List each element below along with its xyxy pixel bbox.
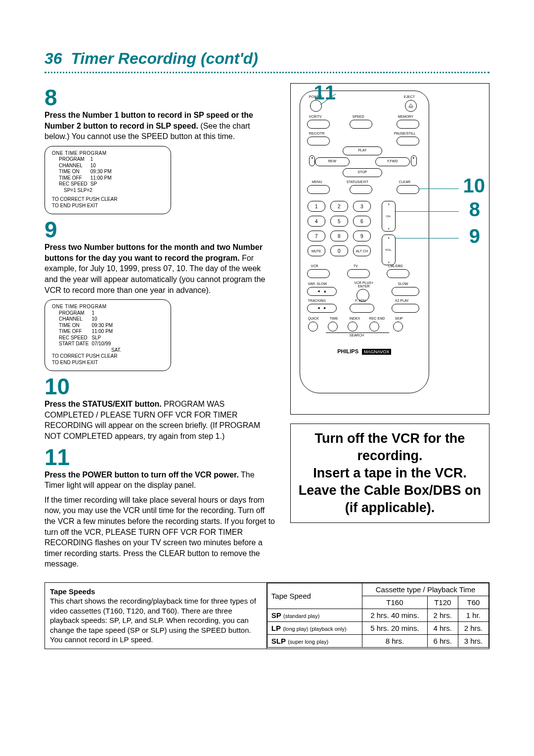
tv-mode-button [347,269,370,278]
osd-screen-1: ONE TIME PROGRAM PROGRAM1 CHANNEL10 TIME… [44,146,171,215]
table-row: SP (standard play) 2 hrs. 40 mins. 2 hrs… [267,609,489,621]
key-0: 0 [330,245,348,256]
fadv-button [350,304,374,313]
skip-button [393,322,403,331]
col-t120: T120 [427,596,458,609]
play-button: PLAY [343,146,382,155]
page-heading: Timer Recording (cont'd) [71,49,258,67]
step-9-bold: Press two Number buttons for the month a… [44,243,263,262]
col-t60: T60 [458,596,489,609]
osd2-table: PROGRAM1 CHANNEL10 TIME ON09:30 PM TIME … [52,310,116,347]
step-10-bold: Press the STATUS/EXIT button. [44,400,162,408]
rew-button: REW [315,157,350,166]
tape-speeds-section: Tape Speeds This chart shows the recordi… [44,582,490,649]
vcr-mode-button [307,269,330,278]
bigmsg-l2: Insert a tape in the VCR. [298,465,482,482]
search-label: SEARCH [350,333,364,337]
step-10-text: Press the STATUS/EXIT button. PROGRAM WA… [44,399,275,441]
osd2-day: SAT. [52,347,166,354]
osd-screen-2: ONE TIME PROGRAM PROGRAM1 CHANNEL10 TIME… [44,299,171,371]
table-row: SLP (super long play) 8 hrs. 6 hrs. 3 hr… [267,634,489,647]
big-instruction-box: Turn off the VCR for the recording. Inse… [290,424,490,523]
osd2-title: ONE TIME PROGRAM [52,304,166,310]
x2play-label: X2 PLAY [395,299,409,302]
bigmsg-l3: Leave the Cable Box/DBS on (if applicabl… [298,482,482,517]
clear-button [397,185,419,194]
menu-button [307,185,330,194]
callout-9-line [395,238,459,238]
stop-button: STOP [343,168,382,177]
key-9: 9 [353,231,371,241]
osd2-foot1: TO CORRECT PUSH CLEAR [52,353,166,360]
recend-button [369,322,379,331]
quick-button [308,322,318,331]
remote-body: POWER EJECT VCR/TV SPEED MEMORY REC/OTR [300,91,429,393]
cbl-mode-button [387,269,409,278]
memory-label: MEMORY [398,115,413,118]
memory-button [397,120,419,129]
clear-label: CLEAR [399,180,410,184]
key-3: 3 [353,201,371,212]
col-speed: Tape Speed [267,583,362,609]
brand-row: PHILIPS MAGNAVOX [300,348,429,354]
callout-8-line [395,211,459,212]
col-top: Cassette type / Playback Time [362,583,489,596]
key-7: 7 [308,231,325,241]
slow-label: SLOW [398,282,408,285]
page-number: 36 [44,49,62,67]
remote-diagram: POWER EJECT VCR/TV SPEED MEMORY REC/OTR [290,83,490,415]
step-11-number: 11 [44,446,275,469]
eject-button [405,100,417,112]
key-6: 6 [353,216,371,227]
callout-9: 9 [469,225,480,247]
tape-desc: This chart shows the recording/playback … [50,596,262,645]
osd1-speeds: SP=1 SLP=2 [52,188,166,194]
key-altch: ALT CH [353,245,371,256]
recotr-button [307,137,330,145]
step-9-number: 9 [44,218,275,241]
brand-magnavox: MAGNAVOX [362,349,391,355]
osd1-foot2: TO END PUSH EXIT [52,203,166,209]
page-title: 36 Timer Recording (cont'd) [44,49,490,68]
recotr-label: REC/OTR [309,132,325,135]
col-t160: T160 [362,596,428,609]
divider [44,72,490,73]
rew-arrow-icon: ◂ [309,155,315,166]
index-button [348,322,357,331]
time-label: TIME [330,317,338,320]
cbl-label: CBL/DBS [388,264,403,268]
pause-button [397,137,419,145]
key-5: 5 [330,216,348,227]
osd1-foot1: TO CORRECT PUSH CLEAR [52,196,166,203]
time-button [328,322,338,331]
ch-rocker: ∧CH.∨ [382,201,396,232]
osd1-table: PROGRAM1 CHANNEL10 TIME ON09:30 PM TIME … [52,156,115,188]
callout-10-line [419,189,459,189]
speed-button [350,120,372,129]
tape-speeds-table: Tape Speed Cassette type / Playback Time… [267,583,489,648]
vcr-label: VCR [311,264,318,268]
vcrtv-label: VCR/TV [309,115,322,118]
bigmsg-l1: Turn off the VCR for the recording. [298,430,482,465]
table-row: LP (long play) (playback only) 5 hrs. 20… [267,621,489,634]
osd2-foot2: TO END PUSH EXIT [52,360,166,366]
key-4: 4 [308,216,325,227]
step-11-bold: Press the POWER button to turn off the V… [44,471,239,479]
varslow-button: ◂ ▴ [307,287,337,296]
step-11-text: Press the POWER button to turn off the V… [44,470,275,491]
eject-label: EJECT [404,95,415,98]
x2play-button [392,304,419,313]
vcrtv-button [307,120,330,129]
osd1-title: ONE TIME PROGRAM [52,150,166,157]
status-exit-button [350,185,372,194]
skip-label: SKIP [395,317,403,320]
key-1: 1 [308,201,325,212]
step-10-number: 10 [44,375,275,398]
step-8-text: Press the Number 1 button to record in S… [44,110,275,142]
key-2: 2 [330,201,348,212]
key-mute: MUTE [308,245,325,256]
menu-label: MENU [312,180,322,184]
vcrplus-label: VCR PLUS+ ENTER [352,281,376,288]
tracking-label: TRACKING [308,299,326,302]
pause-label: PAUSE/STILL [394,132,416,135]
